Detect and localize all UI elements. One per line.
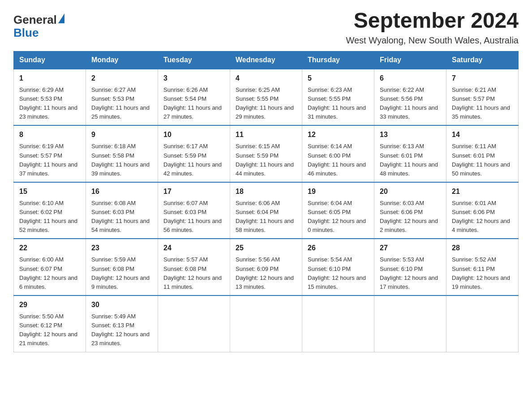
- calendar-day-cell: 6Sunrise: 6:22 AMSunset: 5:56 PMDaylight…: [374, 69, 446, 126]
- day-info: Sunrise: 6:27 AMSunset: 5:53 PMDaylight:…: [91, 86, 152, 122]
- calendar-day-cell: 30Sunrise: 5:49 AMSunset: 6:13 PMDayligh…: [86, 295, 158, 352]
- calendar-day-cell: [230, 295, 302, 352]
- calendar-day-cell: 9Sunrise: 6:18 AMSunset: 5:58 PMDaylight…: [86, 125, 158, 182]
- calendar-header-cell: Saturday: [446, 51, 519, 69]
- calendar-day-cell: 20Sunrise: 6:03 AMSunset: 6:06 PMDayligh…: [374, 182, 446, 239]
- day-number: 8: [19, 129, 80, 140]
- calendar-day-cell: 14Sunrise: 6:11 AMSunset: 6:01 PMDayligh…: [446, 125, 519, 182]
- calendar-day-cell: 22Sunrise: 6:00 AMSunset: 6:07 PMDayligh…: [14, 239, 86, 295]
- calendar-day-cell: 4Sunrise: 6:25 AMSunset: 5:55 PMDaylight…: [230, 69, 302, 126]
- calendar-day-cell: [158, 295, 230, 352]
- logo-blue-text: Blue: [13, 26, 39, 39]
- logo-general-text: General: [13, 13, 57, 26]
- calendar-day-cell: 27Sunrise: 5:53 AMSunset: 6:10 PMDayligh…: [374, 239, 446, 295]
- calendar-body: 1Sunrise: 6:29 AMSunset: 5:53 PMDaylight…: [14, 69, 519, 352]
- day-number: 27: [380, 243, 441, 253]
- calendar-day-cell: 3Sunrise: 6:26 AMSunset: 5:54 PMDaylight…: [158, 69, 230, 126]
- calendar-day-cell: 5Sunrise: 6:23 AMSunset: 5:55 PMDaylight…: [302, 69, 374, 126]
- calendar-day-cell: 24Sunrise: 5:57 AMSunset: 6:08 PMDayligh…: [158, 239, 230, 295]
- day-number: 21: [452, 186, 513, 197]
- day-number: 14: [452, 129, 513, 140]
- day-number: 4: [236, 73, 296, 84]
- day-number: 22: [19, 243, 80, 253]
- day-number: 26: [308, 243, 369, 253]
- day-info: Sunrise: 6:04 AMSunset: 6:05 PMDaylight:…: [308, 199, 369, 235]
- day-number: 25: [236, 243, 296, 253]
- day-info: Sunrise: 6:18 AMSunset: 5:58 PMDaylight:…: [91, 142, 152, 178]
- calendar-week-row: 8Sunrise: 6:19 AMSunset: 5:57 PMDaylight…: [14, 125, 519, 182]
- day-number: 23: [91, 243, 152, 253]
- page-subtitle: West Wyalong, New South Wales, Australia: [346, 35, 519, 46]
- day-info: Sunrise: 5:50 AMSunset: 6:12 PMDaylight:…: [19, 312, 80, 348]
- day-number: 24: [163, 243, 224, 253]
- day-info: Sunrise: 6:22 AMSunset: 5:56 PMDaylight:…: [380, 86, 441, 122]
- calendar-day-cell: 11Sunrise: 6:15 AMSunset: 5:59 PMDayligh…: [230, 125, 302, 182]
- day-number: 1: [19, 73, 80, 84]
- calendar-day-cell: 23Sunrise: 5:59 AMSunset: 6:08 PMDayligh…: [86, 239, 158, 295]
- calendar-day-cell: 10Sunrise: 6:17 AMSunset: 5:59 PMDayligh…: [158, 125, 230, 182]
- day-number: 20: [380, 186, 441, 197]
- calendar-header-cell: Thursday: [302, 51, 374, 69]
- calendar-day-cell: [374, 295, 446, 352]
- calendar-week-row: 1Sunrise: 6:29 AMSunset: 5:53 PMDaylight…: [14, 69, 519, 126]
- day-info: Sunrise: 5:57 AMSunset: 6:08 PMDaylight:…: [163, 255, 224, 291]
- day-number: 29: [19, 300, 80, 310]
- calendar-day-cell: 26Sunrise: 5:54 AMSunset: 6:10 PMDayligh…: [302, 239, 374, 295]
- calendar-day-cell: 18Sunrise: 6:06 AMSunset: 6:04 PMDayligh…: [230, 182, 302, 239]
- day-info: Sunrise: 6:11 AMSunset: 6:01 PMDaylight:…: [452, 142, 513, 178]
- calendar-day-cell: 17Sunrise: 6:07 AMSunset: 6:03 PMDayligh…: [158, 182, 230, 239]
- logo-triangle-icon: [58, 13, 64, 23]
- calendar-day-cell: 15Sunrise: 6:10 AMSunset: 6:02 PMDayligh…: [14, 182, 86, 239]
- day-info: Sunrise: 6:17 AMSunset: 5:59 PMDaylight:…: [163, 142, 224, 178]
- day-info: Sunrise: 6:07 AMSunset: 6:03 PMDaylight:…: [163, 199, 224, 235]
- day-info: Sunrise: 6:19 AMSunset: 5:57 PMDaylight:…: [19, 142, 80, 178]
- day-number: 6: [380, 73, 441, 84]
- calendar-day-cell: 25Sunrise: 5:56 AMSunset: 6:09 PMDayligh…: [230, 239, 302, 295]
- logo: General Blue: [13, 13, 64, 39]
- day-info: Sunrise: 6:25 AMSunset: 5:55 PMDaylight:…: [236, 86, 296, 122]
- day-number: 28: [452, 243, 513, 253]
- day-info: Sunrise: 6:06 AMSunset: 6:04 PMDaylight:…: [236, 199, 296, 235]
- calendar-day-cell: 8Sunrise: 6:19 AMSunset: 5:57 PMDaylight…: [14, 125, 86, 182]
- day-number: 3: [163, 73, 224, 84]
- day-number: 17: [163, 186, 224, 197]
- day-number: 2: [91, 73, 152, 84]
- calendar-header-cell: Tuesday: [158, 51, 230, 69]
- day-number: 15: [19, 186, 80, 197]
- header: General Blue September 2024 West Wyalong…: [13, 9, 519, 46]
- day-number: 12: [308, 129, 369, 140]
- calendar-day-cell: 29Sunrise: 5:50 AMSunset: 6:12 PMDayligh…: [14, 295, 86, 352]
- day-number: 13: [380, 129, 441, 140]
- day-info: Sunrise: 6:13 AMSunset: 6:01 PMDaylight:…: [380, 142, 441, 178]
- title-area: September 2024 West Wyalong, New South W…: [346, 9, 519, 46]
- calendar-header-cell: Sunday: [14, 51, 86, 69]
- day-info: Sunrise: 6:23 AMSunset: 5:55 PMDaylight:…: [308, 86, 369, 122]
- day-info: Sunrise: 5:59 AMSunset: 6:08 PMDaylight:…: [91, 255, 152, 291]
- calendar-day-cell: 12Sunrise: 6:14 AMSunset: 6:00 PMDayligh…: [302, 125, 374, 182]
- day-number: 10: [163, 129, 224, 140]
- day-info: Sunrise: 5:49 AMSunset: 6:13 PMDaylight:…: [91, 312, 152, 348]
- calendar-day-cell: 21Sunrise: 6:01 AMSunset: 6:06 PMDayligh…: [446, 182, 519, 239]
- day-info: Sunrise: 6:26 AMSunset: 5:54 PMDaylight:…: [163, 86, 224, 122]
- day-info: Sunrise: 6:15 AMSunset: 5:59 PMDaylight:…: [236, 142, 296, 178]
- calendar-day-cell: 16Sunrise: 6:08 AMSunset: 6:03 PMDayligh…: [86, 182, 158, 239]
- calendar-table: SundayMondayTuesdayWednesdayThursdayFrid…: [13, 51, 519, 352]
- calendar-week-row: 29Sunrise: 5:50 AMSunset: 6:12 PMDayligh…: [14, 295, 519, 352]
- day-info: Sunrise: 5:54 AMSunset: 6:10 PMDaylight:…: [308, 255, 369, 291]
- calendar-header-row: SundayMondayTuesdayWednesdayThursdayFrid…: [14, 51, 519, 69]
- day-number: 9: [91, 129, 152, 140]
- calendar-week-row: 15Sunrise: 6:10 AMSunset: 6:02 PMDayligh…: [14, 182, 519, 239]
- day-number: 5: [308, 73, 369, 84]
- day-number: 30: [91, 300, 152, 310]
- calendar-day-cell: [302, 295, 374, 352]
- calendar-day-cell: 13Sunrise: 6:13 AMSunset: 6:01 PMDayligh…: [374, 125, 446, 182]
- day-info: Sunrise: 6:14 AMSunset: 6:00 PMDaylight:…: [308, 142, 369, 178]
- day-info: Sunrise: 6:01 AMSunset: 6:06 PMDaylight:…: [452, 199, 513, 235]
- day-number: 7: [452, 73, 513, 84]
- day-info: Sunrise: 6:03 AMSunset: 6:06 PMDaylight:…: [380, 199, 441, 235]
- day-info: Sunrise: 5:53 AMSunset: 6:10 PMDaylight:…: [380, 255, 441, 291]
- calendar-day-cell: [446, 295, 519, 352]
- calendar-header-cell: Friday: [374, 51, 446, 69]
- day-info: Sunrise: 6:00 AMSunset: 6:07 PMDaylight:…: [19, 255, 80, 291]
- calendar-header-cell: Wednesday: [230, 51, 302, 69]
